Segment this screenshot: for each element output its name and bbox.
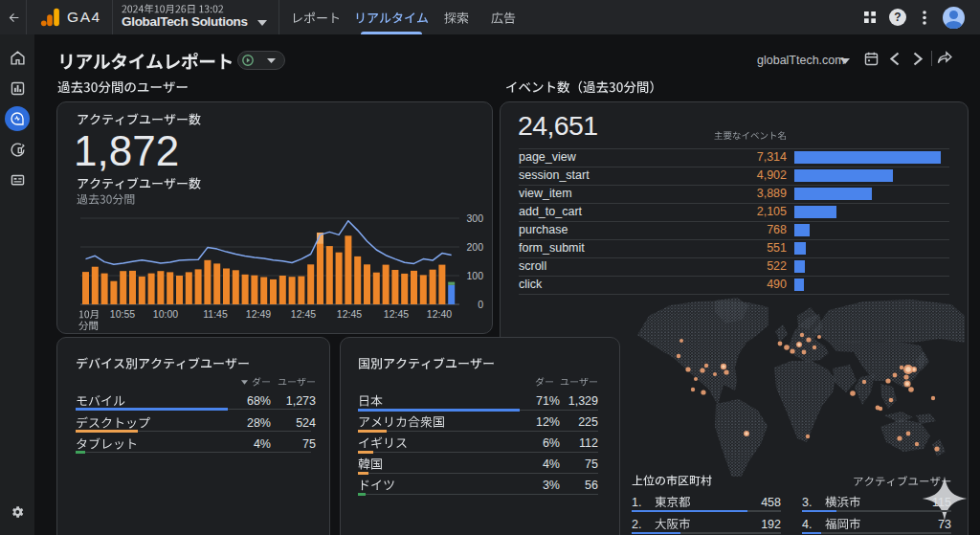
svg-text:12:49: 12:49 bbox=[246, 308, 271, 320]
svg-text:300: 300 bbox=[466, 212, 483, 224]
svg-text:200: 200 bbox=[466, 241, 483, 253]
svg-text:10:55: 10:55 bbox=[110, 308, 135, 320]
svg-text:0: 0 bbox=[478, 299, 483, 310]
svg-text:12:40: 12:40 bbox=[427, 308, 452, 320]
svg-text:100: 100 bbox=[466, 270, 483, 281]
svg-text:12:45: 12:45 bbox=[291, 308, 316, 320]
svg-text:11:45: 11:45 bbox=[203, 308, 228, 320]
svg-text:12:45: 12:45 bbox=[337, 308, 362, 320]
svg-text:12:45: 12:45 bbox=[384, 308, 409, 320]
svg-text:10:00: 10:00 bbox=[153, 308, 178, 320]
